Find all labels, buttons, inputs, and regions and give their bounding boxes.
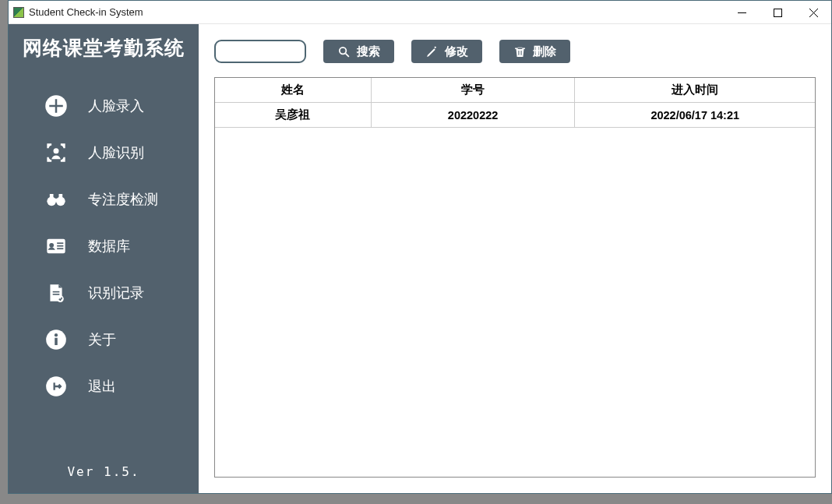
sidebar-item-about[interactable]: 关于 xyxy=(9,316,199,363)
sidebar-item-label: 退出 xyxy=(88,377,116,396)
main-content: 搜索 修改 删除 姓名 学号 xyxy=(199,24,831,493)
sidebar-item-label: 识别记录 xyxy=(88,284,144,302)
edit-button[interactable]: 修改 xyxy=(411,40,482,63)
edit-icon xyxy=(425,45,439,58)
titlebar: Student Check-in System xyxy=(9,1,831,24)
svg-rect-28 xyxy=(521,51,522,55)
sidebar-item-attention-detect[interactable]: 专注度检测 xyxy=(9,176,199,223)
svg-point-25 xyxy=(340,47,347,54)
sidebar-item-exit[interactable]: 退出 xyxy=(9,363,199,410)
minimize-icon xyxy=(738,9,746,17)
sidebar-item-label: 关于 xyxy=(88,330,116,349)
svg-rect-6 xyxy=(49,105,63,107)
system-title: 网络课堂考勤系统 xyxy=(23,35,185,61)
close-button[interactable] xyxy=(795,1,831,24)
maximize-icon xyxy=(774,9,782,17)
svg-rect-19 xyxy=(53,294,60,295)
app-window: Student Check-in System 网络课堂考勤系统 人脸录入 xyxy=(8,0,832,494)
button-label: 搜索 xyxy=(357,44,380,59)
svg-rect-1 xyxy=(774,9,781,16)
svg-rect-10 xyxy=(55,199,58,202)
close-icon xyxy=(809,9,818,17)
sidebar-item-face-enroll[interactable]: 人脸录入 xyxy=(9,83,199,129)
info-circle-icon xyxy=(44,328,68,351)
svg-rect-15 xyxy=(57,242,63,244)
minimize-button[interactable] xyxy=(724,1,760,24)
sidebar-item-database[interactable]: 数据库 xyxy=(9,223,199,270)
app-icon xyxy=(13,7,24,18)
svg-rect-27 xyxy=(518,51,519,55)
svg-point-14 xyxy=(49,243,54,248)
sidebar-item-label: 人脸录入 xyxy=(88,97,144,115)
svg-rect-23 xyxy=(55,338,58,345)
svg-rect-18 xyxy=(53,291,60,293)
col-id[interactable]: 学号 xyxy=(371,78,575,103)
search-button[interactable]: 搜索 xyxy=(323,40,394,63)
table-header-row: 姓名 学号 进入时间 xyxy=(215,78,815,103)
svg-point-20 xyxy=(57,295,64,302)
sidebar-item-face-recognition[interactable]: 人脸识别 xyxy=(9,129,199,176)
cell-id: 20220222 xyxy=(371,103,575,128)
search-input[interactable] xyxy=(214,40,306,63)
body: 网络课堂考勤系统 人脸录入 人脸识别 xyxy=(9,24,831,493)
binoculars-icon xyxy=(44,188,68,211)
svg-rect-16 xyxy=(57,245,63,247)
col-time[interactable]: 进入时间 xyxy=(575,78,815,103)
svg-rect-11 xyxy=(50,194,54,198)
delete-button[interactable]: 删除 xyxy=(499,40,570,63)
records-table-container[interactable]: 姓名 学号 进入时间 吴彦祖 20220222 2022/06/17 14:21 xyxy=(214,77,816,478)
svg-line-26 xyxy=(346,53,349,56)
button-label: 修改 xyxy=(445,44,468,59)
table-row[interactable]: 吴彦祖 20220222 2022/06/17 14:21 xyxy=(215,103,815,128)
logout-icon xyxy=(44,375,68,398)
version-label: Ver 1.5. xyxy=(67,464,139,479)
window-controls xyxy=(724,1,831,23)
toolbar: 搜索 修改 删除 xyxy=(214,40,816,63)
sidebar-item-records[interactable]: 识别记录 xyxy=(9,270,199,316)
maximize-button[interactable] xyxy=(760,1,795,24)
search-icon xyxy=(337,45,351,58)
svg-point-22 xyxy=(55,333,58,337)
sidebar-item-label: 专注度检测 xyxy=(88,190,158,209)
button-label: 删除 xyxy=(533,44,556,59)
sidebar-item-label: 数据库 xyxy=(88,237,130,256)
svg-rect-17 xyxy=(57,248,63,249)
sidebar: 网络课堂考勤系统 人脸录入 人脸识别 xyxy=(9,24,199,493)
document-icon xyxy=(44,281,68,305)
records-table: 姓名 学号 进入时间 吴彦祖 20220222 2022/06/17 14:21 xyxy=(215,78,815,128)
cell-time: 2022/06/17 14:21 xyxy=(575,103,815,128)
trash-icon xyxy=(513,45,527,58)
sidebar-item-label: 人脸识别 xyxy=(88,143,144,162)
plus-circle-icon xyxy=(44,94,68,118)
face-scan-icon xyxy=(44,141,68,164)
svg-point-7 xyxy=(54,148,59,153)
svg-rect-12 xyxy=(59,194,63,198)
col-name[interactable]: 姓名 xyxy=(215,78,371,103)
window-title: Student Check-in System xyxy=(29,6,143,18)
cell-name: 吴彦祖 xyxy=(215,103,371,128)
database-icon xyxy=(44,234,68,258)
